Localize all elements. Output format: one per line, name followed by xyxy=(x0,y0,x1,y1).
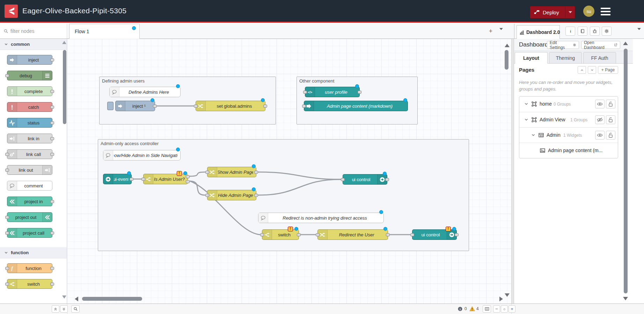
palette-scroll-thumb[interactable] xyxy=(63,50,66,124)
palette-node-debug[interactable]: debug xyxy=(7,71,52,80)
inject-node[interactable]: inject ¹ xyxy=(115,101,155,111)
output-port[interactable] xyxy=(50,200,54,203)
input-port[interactable] xyxy=(5,267,9,270)
output-port[interactable] xyxy=(50,90,54,93)
input-port[interactable] xyxy=(5,153,9,156)
output-port-2[interactable] xyxy=(186,180,190,183)
output-port[interactable] xyxy=(385,178,389,181)
gear-icon-button[interactable] xyxy=(602,27,612,36)
palette-node-catch[interactable]: catch xyxy=(7,102,52,112)
template-admin-page-content[interactable]: Admin page content (markdown) xyxy=(304,101,408,111)
dashboard-tab-ff-auth[interactable]: FF Auth xyxy=(583,52,616,64)
palette-node-link-in[interactable]: link in xyxy=(7,134,52,143)
palette-expand-all-button[interactable] xyxy=(60,305,68,313)
chevron-down-icon[interactable] xyxy=(524,102,528,106)
palette-node-comment[interactable]: comment xyxy=(7,181,52,191)
switch-node-2[interactable]: switch xyxy=(262,229,299,240)
output-port[interactable] xyxy=(455,233,459,236)
change-hide-admin-page[interactable]: Hide Admin Page xyxy=(207,190,256,200)
eye-icon-button[interactable] xyxy=(595,131,605,140)
tree-row-home[interactable]: home0 Groups xyxy=(519,97,618,112)
add-flow-button[interactable]: + xyxy=(486,27,495,36)
input-port[interactable] xyxy=(316,233,320,236)
input-port[interactable] xyxy=(303,91,307,94)
output-port[interactable] xyxy=(297,233,301,236)
sidebar-scroll-thumb[interactable] xyxy=(624,49,628,293)
palette-node-complete[interactable]: complete xyxy=(7,86,52,96)
palette-node-project-call[interactable]: project call xyxy=(7,228,52,238)
open-dashboard-button[interactable]: Open Dashboard xyxy=(581,41,620,49)
palette-node-status[interactable]: status xyxy=(7,118,52,128)
palette-node-project-in[interactable]: project in xyxy=(7,197,52,206)
zoom-reset-button[interactable]: ○ xyxy=(501,305,508,313)
zoom-in-button[interactable]: + xyxy=(508,305,515,313)
input-port[interactable] xyxy=(194,105,198,108)
debug-sidebar-button[interactable] xyxy=(590,27,600,36)
deploy-button[interactable]: Deploy xyxy=(530,6,575,19)
tree-row-admin[interactable]: Admin1 Widgets xyxy=(519,127,618,143)
palette-node-link-out[interactable]: link out xyxy=(7,165,52,175)
output-port[interactable] xyxy=(386,233,390,236)
eye-icon-button[interactable] xyxy=(595,100,605,108)
ui-control-1[interactable]: ui control xyxy=(343,174,387,185)
main-menu-button[interactable] xyxy=(601,8,610,15)
ui-event-node[interactable]: ui-event xyxy=(103,174,132,184)
info-sidebar-button[interactable]: i xyxy=(565,27,575,36)
flow-list-caret[interactable] xyxy=(499,30,503,36)
change-set-global-admins[interactable]: set global.admins xyxy=(196,101,265,111)
wire[interactable] xyxy=(258,179,341,195)
eye-off-icon-button[interactable] xyxy=(595,115,605,124)
output-port[interactable] xyxy=(50,283,54,286)
sidebar-scroll-down-arrow[interactable] xyxy=(623,297,628,300)
tab-dashboard-2[interactable]: Dashboard 2.0 xyxy=(517,25,560,39)
output-port[interactable] xyxy=(153,105,157,108)
output-port[interactable] xyxy=(50,153,54,156)
output-port[interactable] xyxy=(254,194,258,197)
palette-node-project-out[interactable]: project out xyxy=(7,212,52,222)
chevron-down-icon[interactable] xyxy=(531,133,535,137)
comment-define-admins[interactable]: Define Admins Here xyxy=(109,87,181,97)
input-port[interactable] xyxy=(341,178,345,181)
user-avatar[interactable]: su xyxy=(583,6,594,17)
input-port[interactable] xyxy=(302,105,306,108)
output-port[interactable] xyxy=(50,267,54,270)
tree-row-admin-view[interactable]: Admin View1 Groups xyxy=(519,112,618,127)
palette-node-link-call[interactable]: link call xyxy=(7,149,52,159)
output-port[interactable] xyxy=(50,137,54,140)
unlock-icon-button[interactable] xyxy=(606,100,615,108)
input-port[interactable] xyxy=(205,194,209,197)
tab-flow-1[interactable]: Flow 1 xyxy=(69,24,140,39)
wire[interactable] xyxy=(190,172,205,176)
input-port[interactable] xyxy=(5,216,9,219)
overview-map-toggle[interactable] xyxy=(483,305,491,313)
expand-all-button[interactable] xyxy=(588,66,596,74)
palette-scroll-up-arrow[interactable] xyxy=(62,41,66,44)
output-port[interactable] xyxy=(50,121,54,124)
palette-category-common[interactable]: common xyxy=(0,39,67,50)
change-redirect-the-user[interactable]: Redirect the User xyxy=(317,229,388,240)
edit-settings-button[interactable]: Edit Settings xyxy=(547,41,579,49)
input-port[interactable] xyxy=(5,169,9,172)
input-port[interactable] xyxy=(205,171,209,174)
inject-button[interactable] xyxy=(107,102,114,110)
input-port[interactable] xyxy=(260,233,264,236)
palette-scroll-down-arrow[interactable] xyxy=(62,295,66,299)
unlock-icon-button[interactable] xyxy=(606,131,615,140)
palette-node-switch[interactable]: switch xyxy=(7,279,52,289)
output-port[interactable] xyxy=(254,171,258,174)
input-port[interactable] xyxy=(5,231,9,235)
change-show-admin-page[interactable]: Show Admin Page xyxy=(207,167,256,177)
output-port[interactable] xyxy=(130,178,133,181)
sidebar-scroll-up-arrow[interactable] xyxy=(623,42,628,45)
output-port[interactable] xyxy=(50,106,54,109)
palette-collapse-all-button[interactable] xyxy=(52,305,59,313)
dashboard-tab-layout[interactable]: Layout xyxy=(515,52,548,64)
input-port[interactable] xyxy=(5,283,9,286)
output-port[interactable] xyxy=(263,105,267,108)
output-port[interactable] xyxy=(358,91,361,94)
wire[interactable] xyxy=(190,181,260,235)
canvas-search-button[interactable] xyxy=(71,305,80,313)
input-port[interactable] xyxy=(141,178,145,181)
comment-show-hide-admin[interactable]: Show/Hide Admin in Side Navigation xyxy=(103,150,181,160)
input-port[interactable] xyxy=(5,74,9,77)
